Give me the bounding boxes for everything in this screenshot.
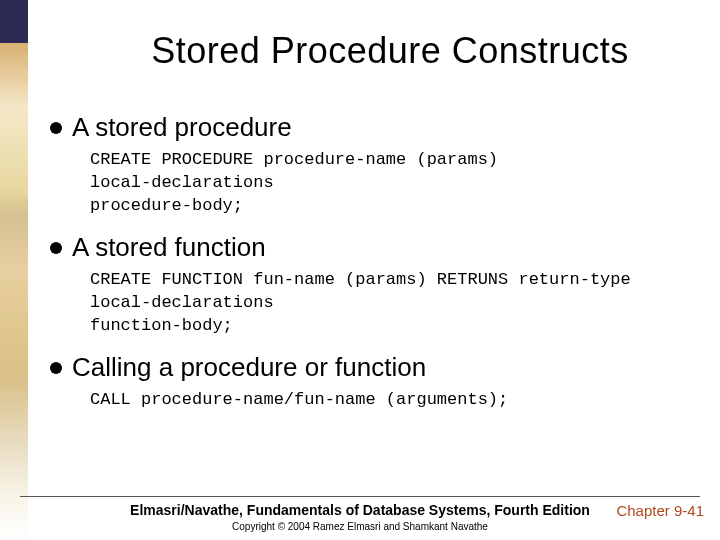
footer-citation: Elmasri/Navathe, Fundamentals of Databas… xyxy=(130,502,590,518)
slide-title: Stored Procedure Constructs xyxy=(94,30,686,72)
bullet-icon xyxy=(50,362,62,374)
slide-content: A stored procedure CREATE PROCEDURE proc… xyxy=(50,112,686,412)
footer-rule xyxy=(20,496,700,497)
footer-copyright: Copyright © 2004 Ramez Elmasri and Shamk… xyxy=(0,521,720,532)
slide-footer: Elmasri/Navathe, Fundamentals of Databas… xyxy=(0,496,720,532)
bullet-item: A stored procedure xyxy=(50,112,686,143)
bullet-item: Calling a procedure or function xyxy=(50,352,686,383)
slide-body: Stored Procedure Constructs A stored pro… xyxy=(0,0,720,540)
code-block: CREATE PROCEDURE procedure-name (params)… xyxy=(90,149,686,218)
bullet-heading: A stored function xyxy=(72,232,266,263)
code-block: CALL procedure-name/fun-name (arguments)… xyxy=(90,389,686,412)
footer-chapter: Chapter 9-41 xyxy=(616,502,704,519)
bullet-heading: A stored procedure xyxy=(72,112,292,143)
bullet-heading: Calling a procedure or function xyxy=(72,352,426,383)
bullet-icon xyxy=(50,122,62,134)
bullet-icon xyxy=(50,242,62,254)
code-block: CREATE FUNCTION fun-name (params) RETRUN… xyxy=(90,269,686,338)
bullet-item: A stored function xyxy=(50,232,686,263)
